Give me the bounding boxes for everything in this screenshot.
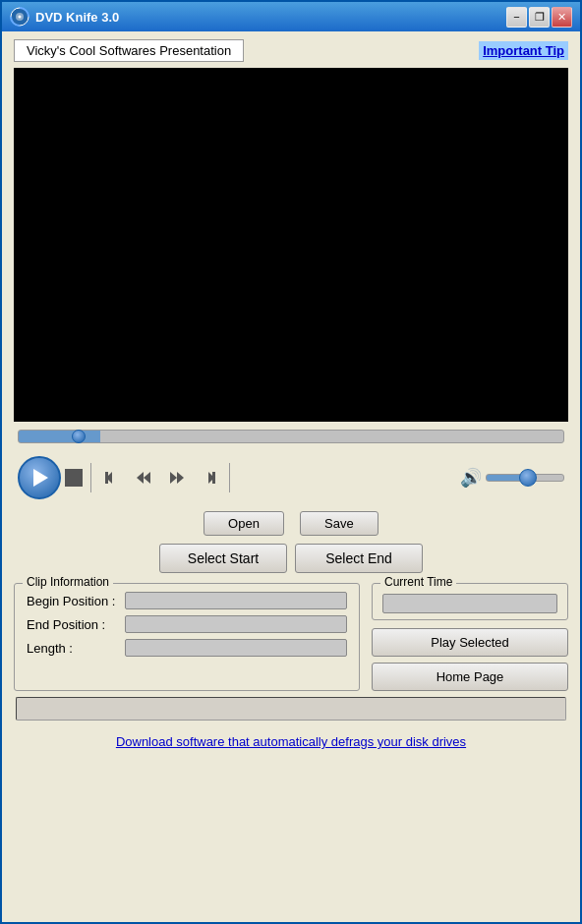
- volume-slider[interactable]: [486, 474, 564, 482]
- svg-marker-7: [170, 472, 177, 484]
- title-bar: DVD Knife 3.0 − ❐ ✕: [2, 2, 580, 31]
- clip-info-group: Clip Information Begin Position : End Po…: [14, 583, 360, 691]
- save-button[interactable]: Save: [300, 511, 378, 536]
- svg-point-2: [19, 16, 22, 19]
- svg-marker-6: [144, 472, 150, 484]
- rewind-button[interactable]: [129, 467, 158, 489]
- svg-marker-8: [177, 472, 184, 484]
- restore-button[interactable]: ❐: [529, 7, 550, 28]
- minimize-button[interactable]: −: [506, 7, 527, 28]
- svg-rect-4: [105, 472, 108, 484]
- video-title-area: Vicky's Cool Softwares Presentation Impo…: [14, 39, 568, 62]
- open-button[interactable]: Open: [204, 511, 284, 536]
- play-button[interactable]: [18, 456, 61, 499]
- end-label: End Position :: [27, 617, 125, 632]
- home-page-button[interactable]: Home Page: [372, 663, 568, 691]
- close-button[interactable]: ✕: [552, 7, 572, 28]
- select-row: Select Start Select End: [14, 544, 568, 573]
- controls-row: 🔊: [14, 454, 568, 501]
- seek-bar-container: [14, 428, 568, 448]
- video-player[interactable]: [14, 68, 568, 422]
- important-tip-link[interactable]: Important Tip: [479, 41, 568, 60]
- volume-icon[interactable]: 🔊: [460, 467, 482, 489]
- bottom-link-row: Download software that automatically def…: [14, 730, 568, 755]
- select-end-button[interactable]: Select End: [295, 544, 423, 573]
- end-position-field: End Position :: [27, 615, 347, 633]
- content-area: Vicky's Cool Softwares Presentation Impo…: [2, 31, 580, 922]
- prev-button[interactable]: [99, 467, 125, 489]
- begin-position-field: Begin Position :: [27, 592, 347, 609]
- open-save-row: Open Save: [14, 511, 568, 536]
- begin-value-input[interactable]: [125, 592, 347, 609]
- status-bar: [16, 697, 566, 721]
- clip-info-label: Clip Information: [23, 575, 113, 589]
- info-row: Clip Information Begin Position : End Po…: [14, 583, 568, 691]
- main-window: DVD Knife 3.0 − ❐ ✕ Vicky's Cool Softwar…: [0, 0, 582, 924]
- play-icon: [33, 469, 48, 487]
- play-selected-button[interactable]: Play Selected: [372, 628, 568, 657]
- stop-button[interactable]: [65, 469, 83, 487]
- video-title: Vicky's Cool Softwares Presentation: [14, 39, 244, 62]
- forward-button[interactable]: [162, 467, 192, 489]
- end-value-input[interactable]: [125, 615, 347, 633]
- separator-1: [90, 463, 91, 492]
- action-buttons: Play Selected Home Page: [372, 628, 568, 691]
- length-value-input[interactable]: [125, 639, 347, 657]
- length-label: Length :: [27, 641, 125, 656]
- seek-bar[interactable]: [18, 430, 564, 443]
- current-time-input[interactable]: [382, 594, 557, 613]
- next-button[interactable]: [196, 467, 221, 489]
- begin-label: Begin Position :: [27, 594, 125, 608]
- app-icon: [10, 7, 29, 27]
- title-buttons: − ❐ ✕: [506, 7, 572, 28]
- select-start-button[interactable]: Select Start: [159, 544, 287, 573]
- window-title: DVD Knife 3.0: [35, 10, 506, 25]
- separator-2: [229, 463, 230, 492]
- current-time-group: Current Time Play Selected Home Page: [372, 583, 568, 691]
- current-time-label: Current Time: [380, 575, 456, 589]
- bottom-link[interactable]: Download software that automatically def…: [116, 734, 466, 749]
- svg-rect-10: [212, 472, 215, 484]
- current-time-box: Current Time: [372, 583, 568, 620]
- svg-marker-5: [137, 472, 144, 484]
- length-field: Length :: [27, 639, 347, 657]
